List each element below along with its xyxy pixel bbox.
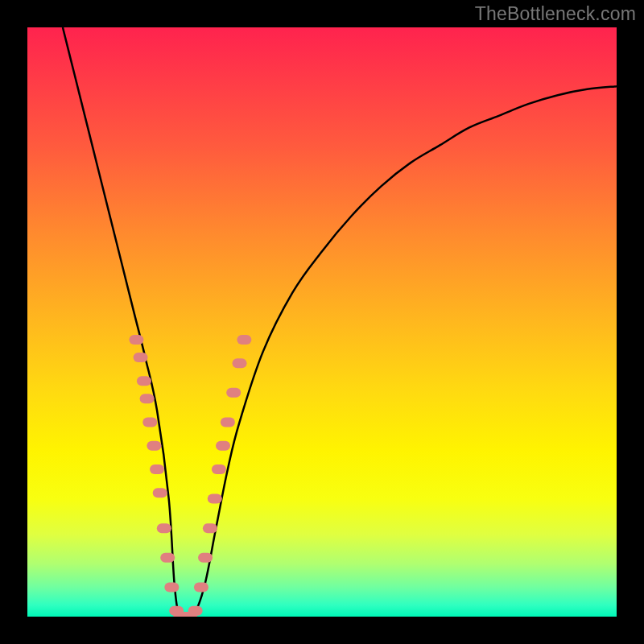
watermark-text: TheBottleneck.com: [475, 3, 636, 25]
chart-plot-area: [27, 27, 617, 617]
